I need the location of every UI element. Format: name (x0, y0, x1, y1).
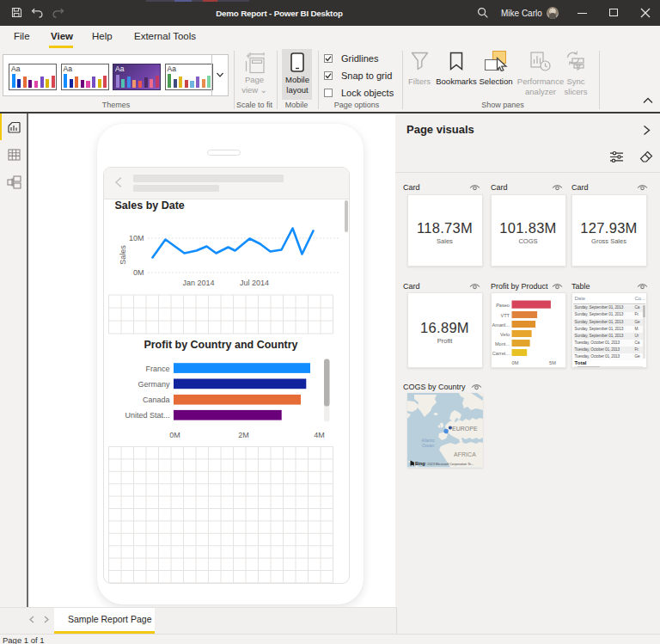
svg-text:Germany: Germany (138, 380, 170, 389)
svg-text:Atlantic: Atlantic (421, 439, 435, 443)
svg-text:Sales: Sales (119, 244, 127, 264)
svg-text:Paseo: Paseo (496, 303, 510, 308)
svg-text:Sales by Date: Sales by Date (114, 200, 184, 212)
svg-text:0M: 0M (511, 360, 518, 365)
svg-text:United Stat...: United Stat... (125, 411, 169, 420)
svg-text:Canada: Canada (142, 396, 169, 404)
svg-text:Velo: Velo (500, 332, 510, 337)
svg-text:© 2023 Microsoft Corporation: © 2023 Microsoft Corporation Te... (424, 463, 474, 466)
svg-text:4M: 4M (314, 431, 325, 439)
svg-text:Amaril...: Amaril... (492, 322, 510, 328)
svg-text:France: France (145, 364, 169, 372)
svg-text:Carret...: Carret... (492, 351, 510, 356)
svg-text:0M: 0M (169, 431, 180, 439)
svg-text:Profit by Country and Country: Profit by Country and Country (144, 339, 297, 351)
svg-text:Jan 2014: Jan 2014 (182, 279, 214, 287)
svg-text:2M: 2M (238, 431, 249, 439)
svg-text:AFRICA: AFRICA (454, 451, 476, 457)
svg-text:10M: 10M (128, 234, 144, 242)
svg-text:5M: 5M (549, 360, 556, 365)
svg-text:Ocean: Ocean (421, 444, 433, 448)
svg-text:VTT: VTT (500, 313, 510, 318)
svg-text:Jul 2014: Jul 2014 (239, 279, 268, 287)
svg-text:EUROPE: EUROPE (452, 426, 478, 432)
svg-text:Mont...: Mont... (494, 341, 510, 347)
svg-text:0M: 0M (132, 268, 144, 277)
